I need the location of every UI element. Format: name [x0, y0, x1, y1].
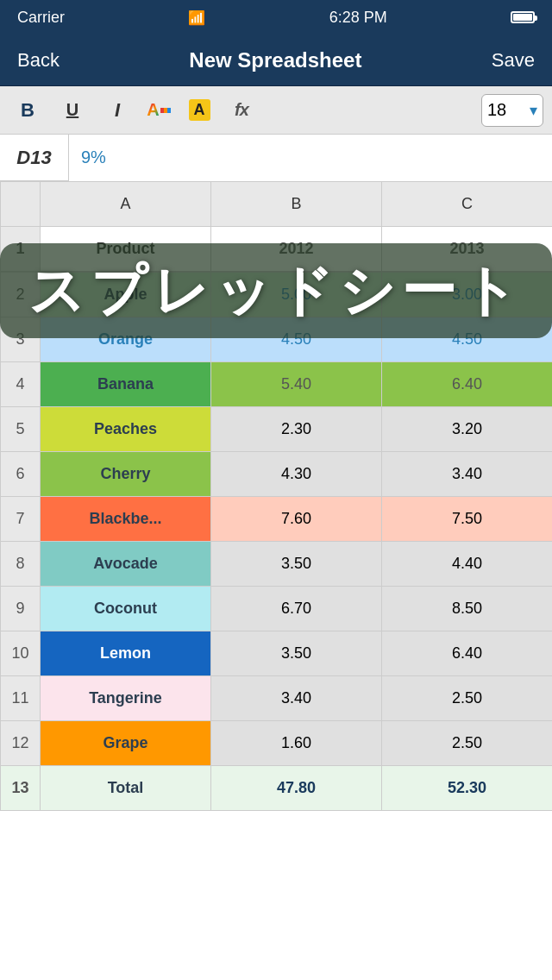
status-carrier: Carrier [17, 9, 65, 27]
row-num: 13 [1, 766, 41, 811]
table-row: 1 Product 2012 2013 [1, 227, 553, 272]
cell-5a[interactable]: Peaches [41, 407, 211, 452]
text-color-button[interactable]: A [143, 94, 176, 127]
column-header-row: A B C [1, 182, 553, 227]
cell-1a[interactable]: Product [41, 227, 211, 272]
col-header-a[interactable]: A [41, 182, 211, 227]
font-size-stepper-icon[interactable]: ▾ [530, 101, 537, 120]
svg-rect-1 [164, 108, 167, 113]
row-num: 1 [1, 227, 41, 272]
cell-6c[interactable]: 3.40 [382, 452, 553, 497]
status-wifi-icon: 📶 [188, 9, 205, 26]
table-row: 9Coconut6.708.50 [1, 587, 553, 631]
row-num: 5 [1, 407, 41, 452]
table-row: 8Avocade3.504.40 [1, 542, 553, 587]
cell-6a[interactable]: Cherry [41, 452, 211, 497]
row-num: 6 [1, 452, 41, 497]
formula-input[interactable] [69, 135, 552, 181]
table-row: 5Peaches2.303.20 [1, 407, 553, 452]
back-button[interactable]: Back [17, 49, 60, 72]
cell-10a[interactable]: Lemon [41, 631, 211, 676]
cell-7c[interactable]: 7.50 [382, 497, 553, 542]
cell-3c[interactable]: 4.50 [382, 317, 553, 362]
table-row: 3Orange4.504.50 [1, 317, 553, 362]
status-bar: Carrier 📶 6:28 PM [0, 0, 552, 35]
row-num: 10 [1, 631, 41, 676]
nav-title: New Spreadsheet [189, 48, 361, 72]
cell-1c[interactable]: 2013 [382, 227, 553, 272]
cell-reference[interactable]: D13 [0, 135, 69, 181]
cell-8c[interactable]: 4.40 [382, 542, 553, 587]
row-num: 3 [1, 317, 41, 362]
cell-11c[interactable]: 2.50 [382, 676, 553, 721]
cell-1b[interactable]: 2012 [211, 227, 382, 272]
cell-8b[interactable]: 3.50 [211, 542, 382, 587]
table-row: 4Banana5.406.40 [1, 362, 553, 407]
col-header-c[interactable]: C [382, 182, 553, 227]
cell-4b[interactable]: 5.40 [211, 362, 382, 407]
cell-13b[interactable]: 47.80 [211, 766, 382, 811]
status-battery [511, 11, 535, 23]
row-num: 8 [1, 542, 41, 587]
cell-10c[interactable]: 6.40 [382, 631, 553, 676]
table-row: 13Total47.8052.30 [1, 766, 553, 811]
row-num: 4 [1, 362, 41, 407]
cell-5b[interactable]: 2.30 [211, 407, 382, 452]
cell-6b[interactable]: 4.30 [211, 452, 382, 497]
row-num: 7 [1, 497, 41, 542]
cell-4a[interactable]: Banana [41, 362, 211, 407]
cell-3b[interactable]: 4.50 [211, 317, 382, 362]
battery-icon [511, 11, 535, 23]
table-row: 12Grape1.602.50 [1, 721, 553, 766]
cell-5c[interactable]: 3.20 [382, 407, 553, 452]
table-row: 2Apple5.003.00 [1, 273, 553, 317]
bold-button[interactable]: B [9, 94, 47, 127]
cell-12c[interactable]: 2.50 [382, 721, 553, 766]
cell-11b[interactable]: 3.40 [211, 676, 382, 721]
save-button[interactable]: Save [492, 49, 535, 72]
cell-4c[interactable]: 6.40 [382, 362, 553, 407]
svg-rect-0 [160, 108, 164, 113]
cell-12b[interactable]: 1.60 [211, 721, 382, 766]
col-header-b[interactable]: B [211, 182, 382, 227]
cell-13c[interactable]: 52.30 [382, 766, 553, 811]
formula-button[interactable]: fx [223, 94, 260, 127]
cell-8a[interactable]: Avocade [41, 542, 211, 587]
cell-9a[interactable]: Coconut [41, 587, 211, 631]
cell-13a[interactable]: Total [41, 766, 211, 811]
spreadsheet: A B C 1 Product 2012 2013 スプレッドシート 2Appl… [0, 181, 552, 811]
table-row: 11Tangerine3.402.50 [1, 676, 553, 721]
cell-12a[interactable]: Grape [41, 721, 211, 766]
row-num: 12 [1, 721, 41, 766]
color-swatch-icon [160, 108, 172, 113]
cell-10b[interactable]: 3.50 [211, 631, 382, 676]
status-time: 6:28 PM [329, 9, 387, 27]
font-size-value: 18 [487, 100, 506, 120]
sheet-table: A B C 1 Product 2012 2013 [0, 181, 552, 272]
font-size-control[interactable]: 18 ▾ [481, 94, 543, 127]
corner-header [1, 182, 41, 227]
formula-bar: D13 [0, 135, 552, 181]
cell-3a[interactable]: Orange [41, 317, 211, 362]
table-row: 10Lemon3.506.40 [1, 631, 553, 676]
highlight-color-button[interactable]: A [183, 94, 216, 127]
row-num: 2 [1, 273, 41, 317]
row-num: 9 [1, 587, 41, 631]
cell-2a[interactable]: Apple [41, 273, 211, 317]
yellow-a-icon: A [189, 99, 210, 121]
italic-button[interactable]: I [98, 94, 136, 127]
cell-9c[interactable]: 8.50 [382, 587, 553, 631]
cell-7b[interactable]: 7.60 [211, 497, 382, 542]
data-table: 2Apple5.003.003Orange4.504.504Banana5.40… [0, 272, 552, 811]
cell-9b[interactable]: 6.70 [211, 587, 382, 631]
nav-bar: Back New Spreadsheet Save [0, 35, 552, 86]
table-row: 7Blackbe...7.607.50 [1, 497, 553, 542]
table-row: 6Cherry4.303.40 [1, 452, 553, 497]
cell-11a[interactable]: Tangerine [41, 676, 211, 721]
cell-2c[interactable]: 3.00 [382, 273, 553, 317]
cell-7a[interactable]: Blackbe... [41, 497, 211, 542]
toolbar: B U I A A fx 18 ▾ [0, 86, 552, 135]
row-num: 11 [1, 676, 41, 721]
underline-button[interactable]: U [53, 94, 91, 127]
cell-2b[interactable]: 5.00 [211, 273, 382, 317]
